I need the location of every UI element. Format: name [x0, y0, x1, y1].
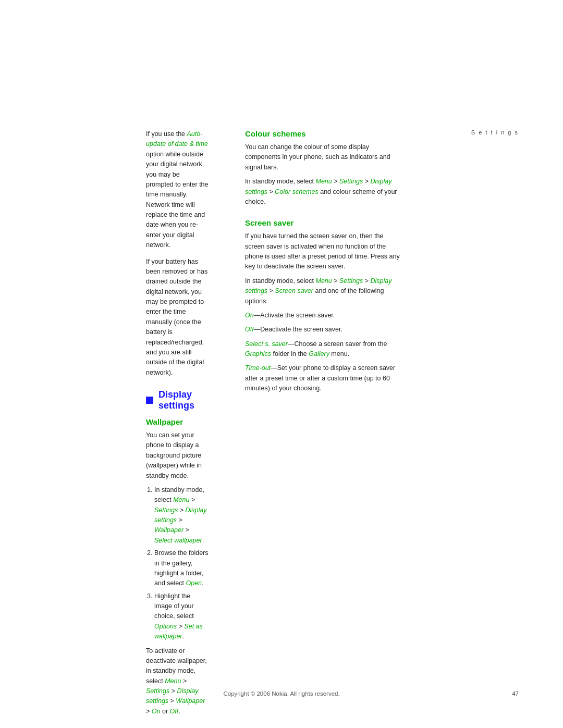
ss-mid2: > — [363, 277, 370, 285]
display-settings-title: Display settings — [158, 389, 209, 411]
step1-end: . — [202, 537, 204, 544]
option-timeout: Time-out—Set your phone to display a scr… — [245, 363, 401, 393]
step1-select-link: Select wallpaper — [154, 537, 202, 544]
ss-mid1: > — [332, 277, 339, 285]
option-off-desc: —Deactivate the screen saver. — [254, 326, 342, 333]
screen-saver-intro: If you have turned the screen saver on, … — [245, 231, 401, 272]
activate-mid1: > — [181, 677, 187, 685]
step3-before: Highlight the image of your choice, sele… — [154, 593, 194, 620]
screen-saver-instruction: In standby mode, select Menu > Settings … — [245, 276, 401, 306]
cs-mid3: > — [267, 188, 275, 195]
step1-mid4: > — [183, 526, 189, 534]
step2-open-link: Open — [186, 579, 202, 587]
step2-end: . — [202, 579, 203, 587]
cs-settings-link: Settings — [339, 178, 363, 185]
option-timeout-label: Time-out — [245, 364, 271, 372]
option-off-label: Off — [245, 326, 254, 333]
option-off: Off—Deactivate the screen saver. — [245, 325, 401, 335]
section-blue-square — [146, 397, 153, 404]
wallpaper-step-1: In standby mode, select Menu > Settings … — [154, 485, 209, 546]
ss-menu-link: Menu — [316, 277, 332, 285]
activate-mid4: > — [146, 708, 152, 715]
wallpaper-step-2: Browse the folders in the gallery, highl… — [154, 548, 209, 589]
cs-mid1: > — [332, 178, 339, 185]
option-select-graphics-link: Graphics — [245, 350, 271, 357]
option-select-end: menu. — [329, 350, 349, 357]
wallpaper-heading: Wallpaper — [146, 417, 209, 426]
colour-schemes-heading: Colour schemes — [245, 129, 401, 138]
activate-mid5: or — [160, 708, 169, 715]
cs-mid2: > — [363, 178, 370, 185]
display-settings-section-heading: Display settings — [146, 389, 209, 411]
cs-menu-link: Menu — [316, 178, 332, 185]
activate-off-link: Off — [170, 708, 179, 715]
option-select-mid: folder in the — [271, 350, 309, 357]
option-select-desc-before: —Choose a screen saver from the — [288, 340, 387, 348]
wallpaper-intro: You can set your phone to display a back… — [146, 430, 209, 481]
activate-end: . — [178, 708, 180, 715]
step1-wallpaper-link: Wallpaper — [154, 526, 183, 534]
step3-end: . — [182, 633, 184, 640]
step1-settings-link: Settings — [154, 507, 178, 514]
step1-mid1: > — [189, 496, 195, 503]
ss-screensaver-link: Screen saver — [275, 287, 313, 294]
cs-before: In standby mode, select — [245, 178, 316, 185]
intro-paragraph-1: If you use the Auto-update of date & tim… — [146, 129, 209, 251]
ss-before: In standby mode, select — [245, 277, 316, 285]
ss-mid3: > — [267, 287, 275, 294]
wallpaper-steps: In standby mode, select Menu > Settings … — [154, 485, 209, 642]
footer-copyright: Copyright © 2006 Nokia. All rights reser… — [0, 690, 563, 697]
ss-settings-link: Settings — [339, 277, 363, 285]
activate-wallpaper-link: Wallpaper — [176, 697, 205, 705]
activate-mid3: > — [168, 697, 176, 705]
step1-menu-link: Menu — [173, 496, 189, 503]
option-on-label: On — [245, 312, 254, 319]
footer: Copyright © 2006 Nokia. All rights reser… — [0, 690, 563, 697]
option-select-saver: Select s. saver—Choose a screen saver fr… — [245, 339, 401, 360]
cs-color-link: Color schemes — [275, 188, 318, 195]
wallpaper-activate-text: To activate or deactivate wallpaper, in … — [146, 646, 209, 717]
wallpaper-step-3: Highlight the image of your choice, sele… — [154, 591, 209, 642]
colour-schemes-section: Colour schemes You can change the colour… — [245, 129, 401, 207]
content-area: If you use the Auto-update of date & tim… — [0, 129, 563, 676]
option-select-label: Select s. saver — [245, 340, 288, 348]
colour-schemes-instruction: In standby mode, select Menu > Settings … — [245, 177, 401, 207]
step1-mid2: > — [178, 507, 185, 514]
step3-mid: > — [177, 623, 184, 630]
intro-p1-after: option while outside your digital networ… — [146, 151, 209, 249]
step1-mid3: > — [177, 516, 182, 524]
activate-on-link: On — [152, 708, 161, 715]
colour-schemes-intro: You can change the colour of some displa… — [245, 142, 401, 172]
activate-menu-link: Menu — [165, 677, 181, 685]
screen-saver-section: Screen saver If you have turned the scre… — [245, 218, 401, 393]
footer-page-number: 47 — [512, 690, 519, 697]
page: S e t t i n g s If you use the Auto-upda… — [0, 0, 563, 728]
option-on: On—Activate the screen saver. — [245, 311, 401, 320]
right-column: Colour schemes You can change the colour… — [224, 129, 433, 676]
screen-saver-heading: Screen saver — [245, 218, 401, 227]
intro-p1-before: If you use the — [146, 130, 187, 138]
step3-options-link: Options — [154, 623, 177, 630]
intro-paragraph-2: If your battery has been removed or has … — [146, 257, 209, 378]
option-select-gallery-link: Gallery — [309, 350, 329, 357]
option-on-desc: —Activate the screen saver. — [254, 312, 335, 319]
left-column: If you use the Auto-update of date & tim… — [0, 129, 224, 676]
